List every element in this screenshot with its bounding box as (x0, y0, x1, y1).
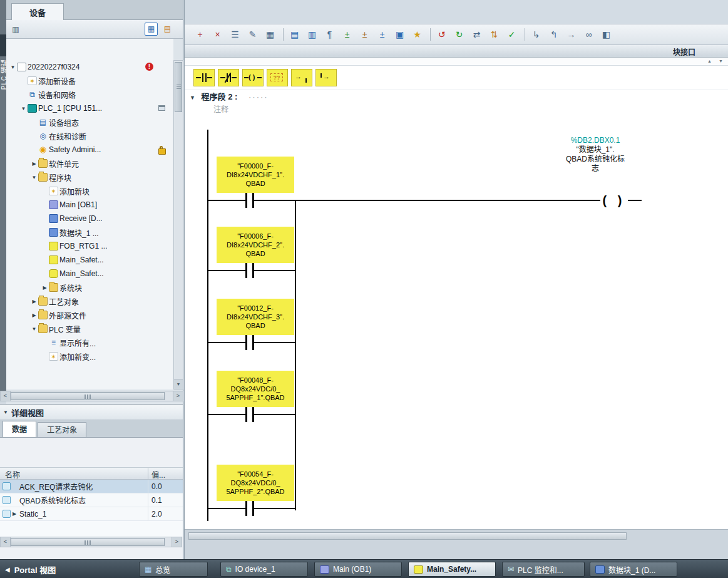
taskbar-button-plc-monitoring[interactable]: ✉PLC 监控和... (502, 562, 585, 577)
insert-network-icon[interactable]: + (192, 27, 208, 43)
contact-4[interactable] (245, 407, 254, 422)
coil-operand-label[interactable]: %DB2.DBX0.1"数据块_1".QBAD系统钝化标志 (542, 136, 649, 173)
insert-row-icon[interactable]: ☰ (227, 27, 243, 43)
update-block-calls-icon[interactable]: ⇄ (469, 27, 484, 43)
tree-vscroll-thumb[interactable] (175, 62, 182, 112)
favorites-pane-icon[interactable]: ▣ (392, 27, 408, 43)
absolute-operands-icon[interactable]: ± (339, 27, 355, 43)
tree-item-safety-administration[interactable]: ◉Safety Admini... (6, 143, 173, 157)
favorite-coil-button[interactable]: ( ) (242, 69, 264, 86)
contact-2[interactable] (245, 263, 254, 278)
scroll-left-button[interactable]: < (1, 391, 11, 401)
details-view-header[interactable]: ▼ 详细视图 (0, 405, 183, 420)
collapse-icon[interactable]: ▼ (0, 410, 11, 415)
tree-item-device-configuration[interactable]: ▤设备组态 (6, 115, 173, 129)
tab-data[interactable]: 数据 (3, 421, 36, 437)
tree-item-system-blocks[interactable]: ▶系统块 (6, 281, 173, 294)
tree-item-main-ob1[interactable]: Main [OB1] (6, 198, 173, 212)
tree-hscroll-thumb[interactable] (11, 392, 165, 400)
open-branch-icon[interactable]: ↳ (528, 27, 544, 43)
tree-item-devices-and-networks[interactable]: ⧉设备和网络 (6, 88, 173, 101)
tree-item-add-new-block[interactable]: ✶添加新块 (6, 184, 173, 198)
tree-expander[interactable]: ▼ (30, 326, 38, 332)
goto-usage-icon[interactable]: → (563, 27, 579, 43)
devices-tab[interactable]: 设备 (11, 3, 64, 20)
paste-element-icon[interactable]: ▦ (262, 27, 278, 43)
details-hscroll-thumb[interactable] (11, 538, 165, 546)
output-coil[interactable]: ( ) (600, 191, 628, 210)
next-error-icon[interactable]: ↻ (451, 27, 467, 43)
favorite-open-branch-button[interactable]: → (291, 69, 312, 86)
operand-display-icon[interactable]: ± (374, 27, 390, 43)
editor-hscroll-thumb[interactable] (188, 532, 627, 540)
favorite-contact-open-button[interactable] (193, 69, 215, 86)
scroll-right-button[interactable]: > (173, 391, 183, 401)
taskbar-button-main-ob1[interactable]: Main (OB1) (314, 562, 402, 577)
favorites-star-icon[interactable]: ★ (409, 27, 425, 43)
tree-item-main-safety-db[interactable]: Main_Safet... (6, 267, 173, 281)
network-comments-icon[interactable]: ¶ (322, 27, 337, 43)
network-comment[interactable]: 注释 (213, 103, 228, 114)
details-row-qbad-flag[interactable]: QBAD系统钝化标志0.1 (0, 493, 183, 507)
block-interface-bar[interactable]: 块接口 (185, 45, 728, 58)
tree-horizontal-scrollbar[interactable]: < > (0, 391, 183, 401)
contact-operand-label-1[interactable]: "F00000_F-DI8x24VDCHF_1".QBAD (217, 157, 294, 193)
tree-expander[interactable]: ▶ (30, 161, 38, 167)
taskbar-button-main-safety[interactable]: Main_Safety... (408, 562, 496, 577)
scroll-right-button[interactable]: > (172, 537, 182, 547)
tree-view-icon[interactable]: ▥ (10, 24, 21, 35)
split-editor-icon[interactable]: ◧ (598, 27, 614, 43)
favorite-contact-closed-button[interactable] (218, 69, 239, 86)
tree-expander[interactable]: ▶ (30, 299, 38, 304)
tree-item-add-new-tag[interactable]: ✶添加新变... (6, 349, 173, 363)
tree-item-main-safety-ob[interactable]: Main_Safet... (6, 253, 173, 267)
tree-expander[interactable]: ▼ (9, 65, 17, 70)
column-view-button[interactable]: ▦ (145, 23, 158, 36)
tab-technology-objects[interactable]: 工艺对象 (38, 422, 86, 437)
details-horizontal-scrollbar[interactable]: < > (0, 537, 182, 547)
contact-operand-label-5[interactable]: "F00054_F-DQ8x24VDC/0_5APPHF_2".QBAD (217, 465, 294, 501)
tree-item-add-new-device[interactable]: ✶添加新设备 (6, 74, 173, 88)
tree-vertical-scrollbar[interactable]: ▼ (173, 60, 183, 390)
tree-expander[interactable]: ▼ (30, 175, 38, 180)
previous-error-icon[interactable]: ↺ (434, 27, 449, 43)
tree-item-project-root[interactable]: ▼20220227f0324! (6, 60, 173, 74)
update-inconsistent-calls-icon[interactable]: ⇅ (486, 27, 502, 43)
taskbar-button-overview[interactable]: ▦总览 (139, 562, 208, 577)
contact-operand-label-3[interactable]: "F00012_F-DI8x24VDCHF_3".QBAD (217, 299, 294, 335)
tree-item-plc-1[interactable]: ▼PLC_1 [CPU 151... (6, 101, 173, 115)
splitter-down-icon[interactable]: ▼ (719, 59, 723, 63)
favorite-close-branch-button[interactable]: → (315, 69, 337, 86)
contact-5[interactable] (245, 501, 254, 516)
symbolic-operands-icon[interactable]: ± (357, 27, 372, 43)
tree-item-receive-db[interactable]: Receive [D... (6, 212, 173, 225)
tree-expander[interactable]: ▶ (41, 285, 49, 291)
tree-item-program-blocks[interactable]: ▼程序块 (6, 170, 173, 184)
contact-operand-label-2[interactable]: "F00006_F-DI8x24VDCHF_2".QBAD (217, 227, 294, 263)
delete-network-icon[interactable]: × (210, 27, 225, 43)
interface-splitter[interactable]: ▲ ▼ (185, 58, 728, 66)
favorite-empty-box-button[interactable]: ?? (267, 69, 288, 86)
compile-block-icon[interactable]: ✓ (504, 27, 520, 43)
portal-view-button[interactable]: ◀ Portal 视图 (5, 564, 56, 575)
taskbar-button-data-block-1[interactable]: 数据块_1 (D... (590, 562, 677, 577)
contact-1[interactable] (245, 193, 254, 208)
splitter-up-icon[interactable]: ▲ (707, 59, 712, 63)
open-all-networks-icon[interactable]: ▤ (287, 27, 302, 43)
network-header[interactable]: ▼ 程序段 2 : ····· (190, 90, 269, 102)
tree-item-plc-tags[interactable]: ▼PLC 变量 (6, 322, 173, 336)
contact-operand-label-4[interactable]: "F00048_F-DQ8x24VDC/0_5APPHF_1".QBAD (217, 371, 294, 407)
tree-item-software-units[interactable]: ▶软件单元 (6, 157, 173, 170)
tree-item-show-all-tags[interactable]: ≡显示所有... (6, 336, 173, 349)
scroll-left-button[interactable]: < (1, 537, 11, 547)
tree-expander[interactable]: ▼ (19, 106, 28, 111)
close-branch-icon[interactable]: ↰ (546, 27, 561, 43)
rename-operands-icon[interactable]: ✎ (245, 27, 260, 43)
row-expander[interactable]: ▶ (11, 511, 18, 517)
details-row-static-1[interactable]: ▶Static_12.0 (0, 507, 183, 521)
tree-expander[interactable]: ▶ (30, 312, 38, 318)
contact-3[interactable] (245, 335, 254, 350)
tree-vscroll-down-button[interactable]: ▼ (174, 379, 183, 389)
cross-references-icon[interactable]: ∞ (581, 27, 597, 43)
details-row-ack-req[interactable]: ACK_REQ请求去钝化0.0 (0, 480, 183, 493)
